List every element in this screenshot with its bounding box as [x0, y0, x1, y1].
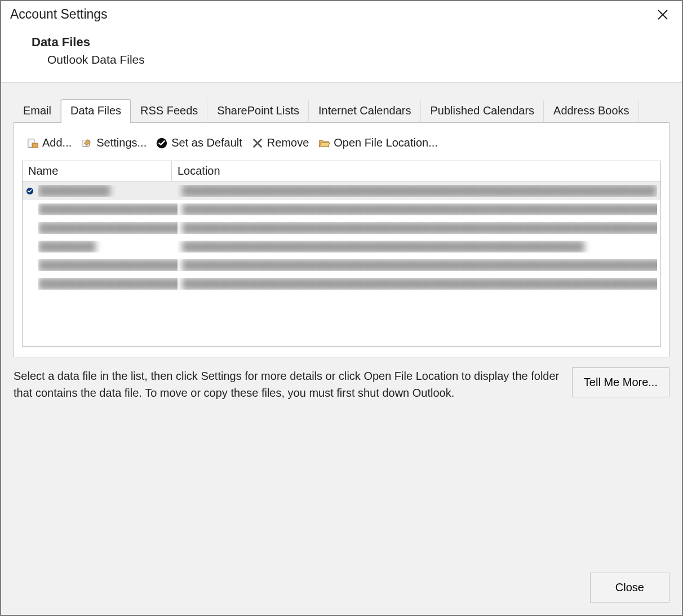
cell-location: ████████████████████████████████████████… [178, 222, 657, 234]
header-heading: Data Files [32, 35, 682, 50]
info-row: Select a data file in the list, then cli… [14, 367, 669, 401]
table-row[interactable]: ████████████████████████████████████████… [23, 237, 660, 256]
add-label: Add... [42, 136, 72, 149]
set-default-label: Set as Default [171, 136, 242, 149]
open-file-location-label: Open File Location... [334, 136, 438, 149]
close-icon[interactable] [653, 7, 673, 25]
table-row[interactable]: ████████████████████████████████████████… [23, 181, 660, 200]
cell-location: ████████████████████████████████████████… [178, 203, 657, 215]
cell-location: ████████████████████████████████████████… [178, 259, 657, 271]
set-default-button[interactable]: Set as Default [153, 135, 245, 150]
grid-rows: ████████████████████████████████████████… [23, 181, 660, 293]
settings-button[interactable]: Settings... [78, 135, 149, 150]
default-marker-icon [26, 223, 36, 233]
add-file-icon [26, 137, 39, 149]
cell-name: █████████████████████████ [38, 222, 178, 234]
remove-button[interactable]: Remove [249, 135, 311, 150]
settings-label: Settings... [96, 136, 147, 149]
tell-me-more-button[interactable]: Tell Me More... [572, 367, 669, 397]
window-title: Account Settings [10, 7, 108, 22]
table-row[interactable]: ████████████████████████████████████████… [23, 256, 660, 274]
default-marker-icon [26, 242, 36, 252]
toolbar: Add... Settings... Set as Default [22, 133, 661, 161]
footer: Close [590, 573, 669, 602]
tab-email[interactable]: Email [14, 99, 61, 123]
table-row[interactable]: ████████████████████████████████████████… [23, 219, 660, 237]
folder-open-icon [318, 137, 330, 149]
grid-header: Name Location [23, 161, 660, 181]
table-row[interactable]: ████████████████████████████████████████… [23, 274, 660, 293]
remove-icon [251, 137, 264, 149]
default-marker-icon [26, 205, 36, 215]
column-header-name[interactable]: Name [23, 161, 172, 181]
tab-panel: Add... Settings... Set as Default [14, 122, 669, 357]
titlebar: Account Settings [1, 1, 682, 25]
tab-internet-calendars[interactable]: Internet Calendars [309, 99, 421, 123]
tab-sharepoint-lists[interactable]: SharePoint Lists [207, 99, 309, 123]
cell-name: ██████████ [38, 185, 178, 197]
table-row[interactable]: ████████████████████████████████████████… [23, 200, 660, 219]
body: Email Data Files RSS Feeds SharePoint Li… [1, 83, 682, 615]
account-settings-window: Account Settings Data Files Outlook Data… [0, 0, 683, 616]
header: Data Files Outlook Data Files [1, 25, 682, 82]
info-text: Select a data file in the list, then cli… [14, 367, 561, 401]
add-button[interactable]: Add... [24, 135, 74, 150]
tab-published-calendars[interactable]: Published Calendars [421, 99, 544, 123]
tab-rss-feeds[interactable]: RSS Feeds [131, 99, 207, 123]
close-button[interactable]: Close [590, 573, 669, 602]
cell-name: █████████████████████████████ [38, 278, 178, 290]
default-marker-icon [26, 279, 36, 289]
default-marker-icon [26, 260, 36, 271]
header-subheading: Outlook Data Files [47, 53, 682, 67]
settings-icon [81, 137, 93, 149]
cell-location: ████████████████████████████████████████… [178, 278, 657, 290]
tabstrip: Email Data Files RSS Feeds SharePoint Li… [1, 83, 682, 122]
open-file-location-button[interactable]: Open File Location... [316, 135, 440, 150]
cell-name: ████████████████████████ [38, 203, 178, 215]
column-header-location[interactable]: Location [172, 161, 660, 181]
tab-data-files[interactable]: Data Files [61, 99, 131, 123]
cell-location: ████████████████████████████████████████… [178, 185, 657, 197]
cell-name: ██████████████████████████ [38, 259, 178, 271]
default-marker-icon [26, 186, 36, 196]
check-circle-icon [156, 137, 168, 149]
data-files-grid: Name Location ██████████████████████████… [22, 161, 661, 347]
svg-rect-1 [32, 143, 38, 148]
remove-label: Remove [267, 136, 309, 149]
cell-name: ████████ [38, 241, 178, 252]
tab-address-books[interactable]: Address Books [544, 99, 639, 123]
cell-location: ████████████████████████████████████████… [178, 241, 657, 252]
